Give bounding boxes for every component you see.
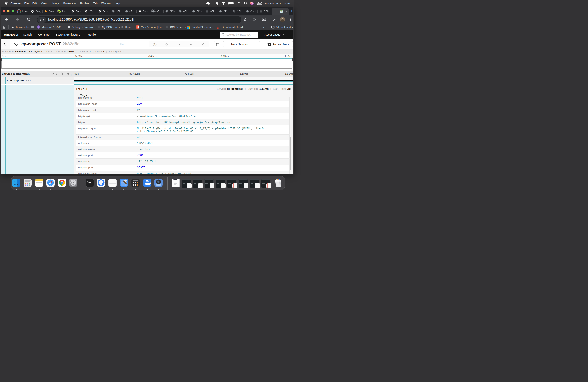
svg-text:?: ? xyxy=(154,43,155,45)
svg-text:QL: QL xyxy=(58,11,61,12)
